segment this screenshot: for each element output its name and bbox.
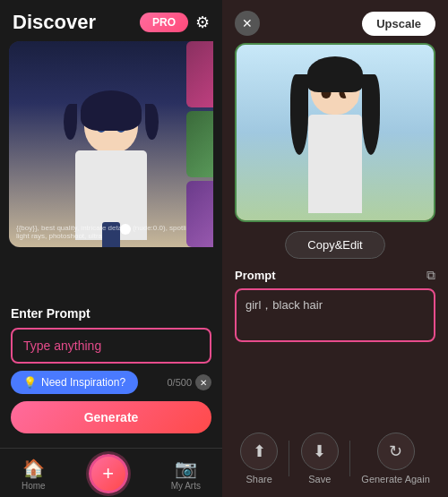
left-bottom: Enter Prompt 💡 Need Inspiration? 0/500 ✕… bbox=[0, 306, 222, 448]
share-icon-circle: ⬆ bbox=[240, 433, 278, 470]
side-image-2[interactable] bbox=[186, 111, 213, 177]
plus-icon: + bbox=[102, 464, 114, 484]
bulb-icon: 💡 bbox=[23, 376, 37, 389]
girl-hair-top bbox=[307, 56, 363, 92]
close-button[interactable]: ✕ bbox=[235, 11, 260, 36]
copy-icon[interactable]: ⧉ bbox=[426, 268, 435, 283]
clear-button[interactable]: ✕ bbox=[195, 374, 211, 390]
char-count: 0/500 ✕ bbox=[167, 374, 211, 390]
save-label: Save bbox=[308, 474, 331, 484]
boy-hair bbox=[81, 90, 142, 131]
divider-2 bbox=[349, 441, 350, 476]
main-image: {{boy}}, best quality, intricate details… bbox=[9, 41, 213, 247]
inspiration-button[interactable]: 💡 Need Inspiration? bbox=[11, 371, 138, 394]
left-header: Discover PRO ⚙ bbox=[0, 0, 222, 41]
my-arts-label: My Arts bbox=[171, 481, 201, 491]
prompt-input-wrapper bbox=[11, 328, 211, 364]
inspiration-label: Need Inspiration? bbox=[41, 376, 125, 389]
share-action[interactable]: ⬆ Share bbox=[240, 433, 278, 484]
boy-hair-right bbox=[145, 104, 159, 140]
prompt-input[interactable] bbox=[11, 328, 211, 364]
home-label: Home bbox=[22, 481, 46, 491]
inspiration-row: 💡 Need Inspiration? 0/500 ✕ bbox=[11, 371, 211, 394]
generated-image bbox=[235, 43, 435, 222]
action-row: ⬆ Share ⬇ Save ↻ Generate Again bbox=[222, 422, 448, 497]
prompt-label: Prompt bbox=[235, 269, 276, 282]
page-title: Discover bbox=[13, 11, 96, 34]
left-panel: Discover PRO ⚙ bbox=[0, 0, 222, 497]
share-icon: ⬆ bbox=[253, 441, 266, 461]
gear-icon[interactable]: ⚙ bbox=[195, 13, 210, 32]
refresh-icon: ↻ bbox=[389, 441, 402, 461]
char-count-value: 0/500 bbox=[167, 377, 192, 388]
right-header: ✕ Upscale bbox=[222, 0, 448, 43]
share-label: Share bbox=[246, 474, 271, 484]
divider-1 bbox=[289, 441, 289, 476]
side-image-3[interactable] bbox=[186, 181, 213, 247]
camera-icon: 📷 bbox=[175, 458, 197, 479]
anime-boy-figure bbox=[57, 86, 165, 247]
side-image-1[interactable] bbox=[186, 41, 213, 107]
close-icon: ✕ bbox=[242, 16, 253, 30]
save-action[interactable]: ⬇ Save bbox=[301, 433, 339, 484]
boy-hair-left bbox=[64, 104, 77, 140]
refresh-icon-circle: ↻ bbox=[377, 433, 415, 470]
prompt-header: Prompt ⧉ bbox=[235, 268, 435, 283]
home-icon: 🏠 bbox=[22, 458, 45, 479]
generate-button[interactable]: Generate bbox=[11, 401, 211, 433]
copy-edit-button[interactable]: Copy&Edit bbox=[285, 231, 384, 259]
nav-my-arts[interactable]: 📷 My Arts bbox=[171, 458, 201, 491]
bottom-nav: 🏠 Home + 📷 My Arts bbox=[0, 448, 222, 497]
nav-home[interactable]: 🏠 Home bbox=[22, 458, 46, 491]
right-panel: ✕ Upscale Copy&Edit Prompt ⧉ g bbox=[222, 0, 448, 497]
save-icon: ⬇ bbox=[313, 441, 326, 461]
upscale-button[interactable]: Upscale bbox=[362, 12, 435, 36]
save-icon-circle: ⬇ bbox=[301, 433, 339, 470]
image-gallery: {{boy}}, best quality, intricate details… bbox=[9, 41, 213, 299]
enter-prompt-label: Enter Prompt bbox=[11, 306, 211, 321]
girl-hair-left bbox=[290, 74, 308, 155]
girl-figure bbox=[290, 52, 380, 213]
girl-body bbox=[308, 115, 362, 213]
pro-button[interactable]: PRO bbox=[140, 13, 188, 32]
generate-again-label: Generate Again bbox=[361, 474, 429, 484]
nav-add-button[interactable]: + bbox=[89, 454, 128, 493]
anime-girl-illustration bbox=[237, 45, 434, 220]
generate-again-action[interactable]: ↻ Generate Again bbox=[361, 433, 429, 484]
girl-hair-right bbox=[362, 74, 380, 155]
anime-boy-illustration: {{boy}}, best quality, intricate details… bbox=[9, 41, 213, 247]
side-images bbox=[186, 41, 213, 247]
image-caption: {{boy}}, best quality, intricate details… bbox=[16, 224, 206, 240]
prompt-text: girl，black hair bbox=[235, 288, 435, 342]
header-right: PRO ⚙ bbox=[140, 13, 210, 32]
prompt-section: Prompt ⧉ girl，black hair bbox=[222, 268, 448, 422]
